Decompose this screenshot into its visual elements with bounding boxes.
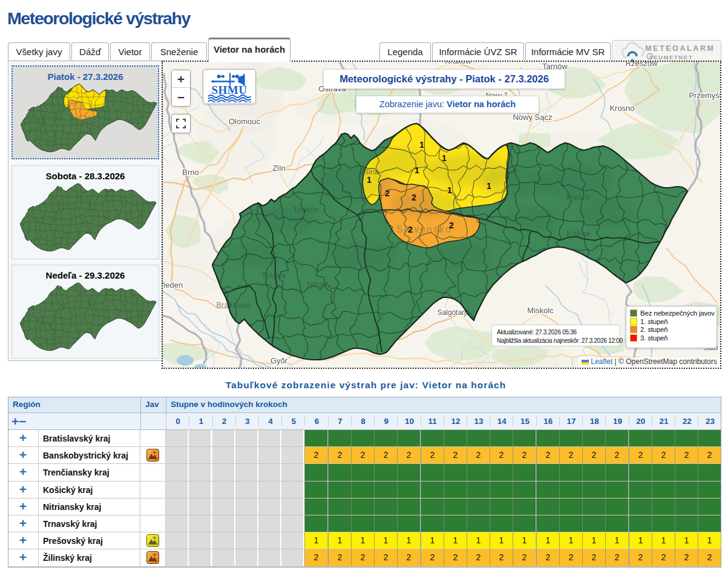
svg-text:Trenčín: Trenčín <box>293 205 320 214</box>
svg-text:Nitra: Nitra <box>307 280 324 289</box>
svg-text:Miskolc: Miskolc <box>527 306 554 315</box>
svg-text:Košice: Košice <box>566 229 590 238</box>
svg-text:Nowy Sącz: Nowy Sącz <box>513 113 552 122</box>
svg-text:Rzeszów: Rzeszów <box>626 62 658 68</box>
svg-text:Vieden: Vieden <box>163 280 183 290</box>
svg-text:EUMETNET: EUMETNET <box>654 54 693 61</box>
svg-text:Przemyśl: Przemyśl <box>689 91 721 100</box>
svg-text:Slovensko: Slovensko <box>396 224 452 234</box>
svg-text:Brno: Brno <box>182 168 198 177</box>
svg-text:METEOALARM: METEOALARM <box>645 44 715 53</box>
svg-text:2: 2 <box>449 220 454 230</box>
svg-text:Bratislava: Bratislava <box>216 300 251 310</box>
svg-text:1: 1 <box>367 175 372 185</box>
svg-text:Zlín: Zlín <box>272 164 286 173</box>
svg-text:Trnava: Trnava <box>261 271 286 280</box>
svg-text:Krosno: Krosno <box>609 104 634 113</box>
svg-text:1: 1 <box>419 140 424 150</box>
svg-text:1: 1 <box>415 165 419 175</box>
svg-text:SHMÚ: SHMÚ <box>212 84 248 96</box>
svg-text:Prešov: Prešov <box>566 193 591 202</box>
svg-text:2: 2 <box>408 225 413 234</box>
svg-text:1: 1 <box>487 181 491 191</box>
svg-text:1: 1 <box>447 185 452 195</box>
svg-text:Olomouc: Olomouc <box>229 117 261 126</box>
svg-text:2: 2 <box>412 193 416 202</box>
svg-text:2: 2 <box>385 188 390 198</box>
svg-text:1: 1 <box>442 153 447 163</box>
svg-text:Győr: Győr <box>271 356 288 365</box>
svg-text:Kraków: Kraków <box>445 62 471 65</box>
